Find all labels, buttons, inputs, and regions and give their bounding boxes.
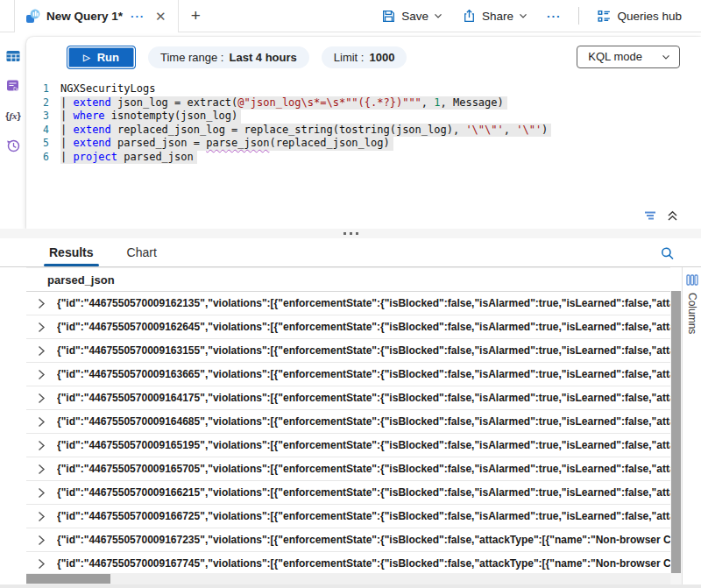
code-line: 2| extend json_log = extract(@"json_log\… xyxy=(26,96,701,110)
kusto-query-app: New Query 1* ··· ✕ + Save Share ··· Quer… xyxy=(0,0,701,588)
chevron-down-icon xyxy=(434,11,443,20)
row-json-text: {"id":"4467550570009166725","violations"… xyxy=(57,510,670,522)
query-section: {fx} ▷ Run Time range : Last 4 hours Lim… xyxy=(0,32,701,229)
expand-row-chevron-icon[interactable] xyxy=(38,416,48,428)
top-actions: Save Share ··· Queries hub xyxy=(374,0,701,32)
line-number: 6 xyxy=(26,151,49,165)
row-json-text: {"id":"4467550570009164685","violations"… xyxy=(57,415,670,428)
window-bottom-edge xyxy=(0,584,701,588)
connections-table-icon[interactable] xyxy=(5,48,21,64)
horizontal-scrollbar-thumb[interactable] xyxy=(26,574,110,584)
tab-results[interactable]: Results xyxy=(47,240,96,266)
line-number: 5 xyxy=(26,137,49,151)
table-row[interactable]: {"id":"4467550570009167745","violations"… xyxy=(26,552,670,573)
columns-icon[interactable] xyxy=(686,274,698,286)
limit-value: 1000 xyxy=(369,51,394,64)
expand-row-chevron-icon[interactable] xyxy=(38,440,48,451)
line-number: 1 xyxy=(26,82,49,96)
table-row[interactable]: {"id":"4467550570009167235","violations"… xyxy=(26,528,670,552)
expand-row-chevron-icon[interactable] xyxy=(38,464,48,475)
row-json-text: {"id":"4467550570009163155","violations"… xyxy=(57,344,670,357)
expand-row-chevron-icon[interactable] xyxy=(38,487,48,499)
play-icon: ▷ xyxy=(83,53,90,62)
table-row[interactable]: {"id":"4467550570009163665","violations"… xyxy=(26,363,670,386)
row-json-text: {"id":"4467550570009165705","violations"… xyxy=(57,463,670,475)
columns-panel-label[interactable]: Columns xyxy=(686,293,698,334)
table-row[interactable]: {"id":"4467550570009165705","violations"… xyxy=(26,457,670,481)
new-tab-button[interactable]: + xyxy=(179,0,213,32)
save-label: Save xyxy=(401,10,428,23)
save-icon xyxy=(381,9,396,24)
kusto-app-icon xyxy=(25,9,40,24)
expand-row-chevron-icon[interactable] xyxy=(38,322,48,333)
collapse-panel-icon[interactable] xyxy=(667,209,678,222)
horizontal-scrollbar[interactable] xyxy=(26,573,670,584)
vertical-scrollbar-thumb[interactable] xyxy=(671,291,681,573)
row-json-text: {"id":"4467550570009165195","violations"… xyxy=(57,439,670,451)
table-row[interactable]: {"id":"4467550570009166725","violations"… xyxy=(26,505,670,528)
tab-more-icon[interactable]: ··· xyxy=(129,10,146,23)
queries-hub-button[interactable]: Queries hub xyxy=(590,5,689,27)
row-json-text: {"id":"4467550570009166215","violations"… xyxy=(57,486,670,499)
table-row[interactable]: {"id":"4467550570009162645","violations"… xyxy=(26,315,670,339)
expand-row-chevron-icon[interactable] xyxy=(38,345,48,357)
time-range-label: Time range : xyxy=(160,51,224,64)
expand-row-chevron-icon[interactable] xyxy=(38,369,48,380)
save-button[interactable]: Save xyxy=(374,5,450,27)
code-line: 5| extend parsed_json = parse_json(repla… xyxy=(26,137,701,151)
results-body: parsed_json {"id":"4467550570009162135",… xyxy=(26,267,701,584)
format-lines-icon[interactable] xyxy=(642,209,658,222)
expand-row-chevron-icon[interactable] xyxy=(38,511,48,522)
limit-label: Limit : xyxy=(334,51,365,64)
query-mode-select[interactable]: KQL mode xyxy=(577,46,680,68)
code-line: 4| extend replaced_json_log = replace_st… xyxy=(26,124,701,138)
left-rail: {fx} xyxy=(0,32,26,229)
table-row[interactable]: {"id":"4467550570009164175","violations"… xyxy=(26,386,670,410)
table-row[interactable]: {"id":"4467550570009164685","violations"… xyxy=(26,410,670,434)
columns-side-panel: Columns xyxy=(682,267,701,584)
code-lines: 1NGXSecurityLogs2| extend json_log = ext… xyxy=(26,82,701,164)
query-tab[interactable]: New Query 1* ··· ✕ xyxy=(14,0,179,32)
run-button[interactable]: ▷ Run xyxy=(67,46,136,69)
editor-footer xyxy=(26,202,701,229)
row-json-text: {"id":"4467550570009164175","violations"… xyxy=(57,392,670,404)
more-actions-button[interactable]: ··· xyxy=(540,6,569,26)
table-row[interactable]: {"id":"4467550570009165195","violations"… xyxy=(26,434,670,457)
tab-title: New Query 1* xyxy=(46,10,123,23)
panel-splitter-handle[interactable] xyxy=(0,229,701,238)
share-button[interactable]: Share xyxy=(455,5,535,27)
time-range-picker[interactable]: Time range : Last 4 hours xyxy=(148,46,309,68)
top-bar: New Query 1* ··· ✕ + Save Share ··· Quer… xyxy=(0,0,701,32)
kql-editor[interactable]: 1NGXSecurityLogs2| extend json_log = ext… xyxy=(26,77,701,202)
functions-icon[interactable]: {fx} xyxy=(5,108,21,124)
row-json-text: {"id":"4467550570009162645","violations"… xyxy=(57,321,670,333)
results-tabs: Results Chart xyxy=(0,238,701,267)
line-number: 4 xyxy=(26,124,49,138)
expand-row-chevron-icon[interactable] xyxy=(38,535,48,546)
row-json-text: {"id":"4467550570009162135","violations"… xyxy=(57,297,670,309)
expand-row-chevron-icon[interactable] xyxy=(38,393,48,404)
code-text: | project parsed_json xyxy=(60,151,197,165)
expand-row-chevron-icon[interactable] xyxy=(38,558,48,570)
query-panel: ▷ Run Time range : Last 4 hours Limit : … xyxy=(26,37,701,229)
search-results-button[interactable] xyxy=(660,246,675,261)
limit-picker[interactable]: Limit : 1000 xyxy=(322,46,407,68)
expand-row-chevron-icon[interactable] xyxy=(38,298,48,309)
table-row[interactable]: {"id":"4467550570009166215","violations"… xyxy=(26,481,670,505)
tab-close-icon[interactable]: ✕ xyxy=(152,9,169,25)
results-rows: {"id":"4467550570009162135","violations"… xyxy=(26,292,670,573)
time-range-value: Last 4 hours xyxy=(229,51,296,64)
table-row[interactable]: {"id":"4467550570009163155","violations"… xyxy=(26,339,670,363)
results-grid: parsed_json {"id":"4467550570009162135",… xyxy=(26,267,670,584)
table-row[interactable]: {"id":"4467550570009162135","violations"… xyxy=(26,292,670,315)
code-text: | extend parsed_json = parse_json(replac… xyxy=(60,137,393,151)
divider xyxy=(578,7,579,25)
query-history-icon[interactable] xyxy=(5,138,21,153)
column-header-parsed-json[interactable]: parsed_json xyxy=(26,268,670,292)
queries-hub-icon xyxy=(597,9,612,24)
tab-chart[interactable]: Chart xyxy=(125,240,159,266)
saved-queries-icon[interactable] xyxy=(5,78,21,94)
row-json-text: {"id":"4467550570009163665","violations"… xyxy=(57,368,670,380)
row-json-text: {"id":"4467550570009167235","violations"… xyxy=(57,534,670,546)
vertical-scrollbar[interactable] xyxy=(670,291,682,584)
